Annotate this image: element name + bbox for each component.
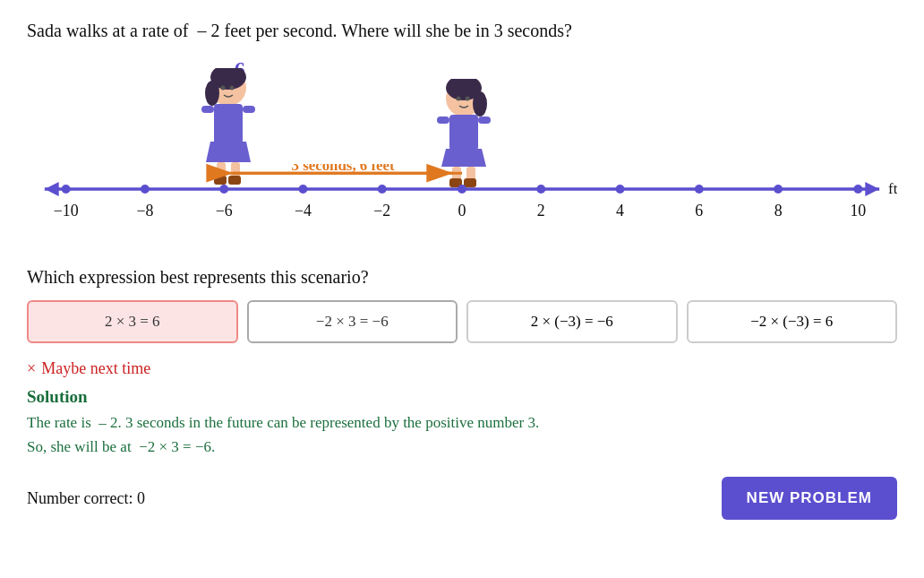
wrong-text: Maybe next time [41,359,150,378]
choice-d[interactable]: −2 × (−3) = 6 [687,300,898,343]
svg-point-3 [221,86,226,91]
svg-rect-6 [201,106,214,113]
svg-point-47 [774,185,783,194]
svg-rect-7 [243,106,255,113]
svg-point-17 [466,97,470,101]
svg-point-33 [219,185,228,194]
svg-point-35 [299,185,308,194]
svg-point-15 [473,91,487,116]
problem-text: Sada walks at a rate of – 2 feet per sec… [27,18,897,43]
svg-point-37 [378,185,387,194]
svg-rect-5 [214,104,243,144]
number-line-svg: −10 −8 −6 −4 −2 0 2 4 6 8 10 ft. [27,164,897,227]
svg-text:2: 2 [537,202,545,220]
svg-text:−8: −8 [136,202,153,220]
choice-a[interactable]: 2 × 3 = 6 [27,300,238,343]
svg-marker-8 [206,142,251,162]
solution-text: The rate is – 2. 3 seconds in the future… [27,410,897,459]
wrong-icon: × [27,359,36,378]
svg-point-41 [536,185,545,194]
bottom-bar: Number correct: 0 NEW PROBLEM [27,477,897,520]
svg-marker-27 [45,182,59,196]
svg-text:3 seconds, 6 feet: 3 seconds, 6 feet [292,164,396,174]
question-text: Which expression best represents this sc… [27,267,897,288]
svg-text:6: 6 [695,202,703,220]
svg-point-39 [458,185,466,194]
new-problem-button[interactable]: NEW PROBLEM [722,477,897,520]
svg-rect-18 [449,115,478,151]
number-line-area: −6 [27,52,897,258]
svg-text:−2: −2 [373,202,390,220]
svg-text:0: 0 [458,202,466,220]
svg-point-49 [853,185,862,194]
svg-point-2 [205,81,219,106]
svg-point-31 [141,185,150,194]
choices-container: 2 × 3 = 6 −2 × 3 = −6 2 × (−3) = −6 −2 ×… [27,300,897,343]
solution-block: Solution The rate is – 2. 3 seconds in t… [27,387,897,459]
svg-rect-19 [437,116,449,124]
svg-text:4: 4 [616,202,624,220]
svg-marker-28 [865,182,879,196]
number-correct: Number correct: 0 [27,489,145,508]
svg-text:−4: −4 [295,202,312,220]
svg-text:−10: −10 [54,202,79,220]
svg-text:−6: −6 [216,202,233,220]
feedback-wrong: × Maybe next time [27,359,897,378]
solution-title: Solution [27,387,897,407]
svg-rect-20 [478,116,491,124]
svg-point-16 [457,97,461,101]
svg-text:8: 8 [774,202,783,220]
choice-c[interactable]: 2 × (−3) = −6 [466,300,678,343]
svg-text:ft.: ft. [888,180,897,197]
svg-point-29 [62,185,71,194]
svg-point-43 [616,185,625,194]
svg-point-4 [230,86,235,91]
choice-b[interactable]: −2 × 3 = −6 [247,300,458,343]
svg-point-45 [695,185,704,194]
svg-text:10: 10 [850,202,866,220]
